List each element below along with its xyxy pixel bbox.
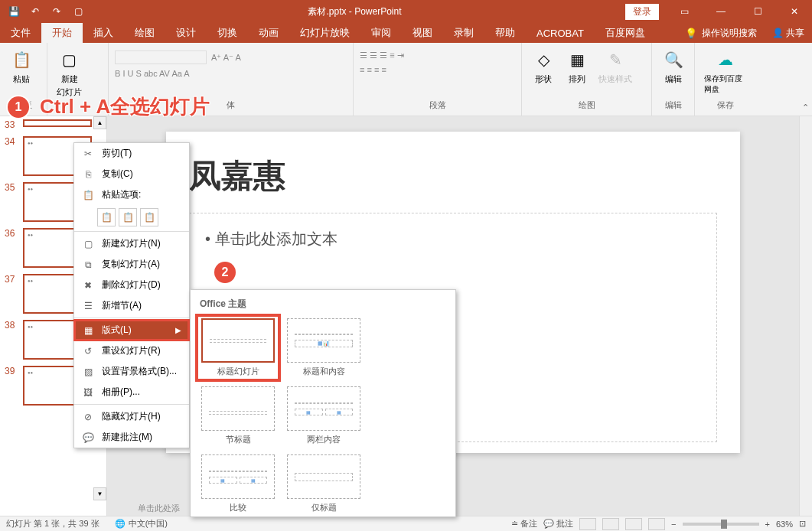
- collapse-ribbon-icon[interactable]: ⌃: [802, 103, 809, 112]
- tab-draw[interactable]: 绘图: [124, 23, 165, 43]
- slide-number: 35: [5, 182, 18, 193]
- comments-button[interactable]: 💬 批注: [543, 518, 573, 529]
- annotation-badge-2: 2: [214, 262, 236, 283]
- shapes-icon: ◇: [531, 47, 556, 72]
- save-icon[interactable]: 💾: [8, 5, 20, 18]
- tab-home[interactable]: 开始: [41, 23, 83, 43]
- tab-view[interactable]: 视图: [402, 23, 443, 43]
- undo-icon[interactable]: ↶: [29, 5, 41, 18]
- close-icon[interactable]: ✕: [777, 0, 812, 23]
- layout-two-content[interactable]: ▦▦ 两栏内容: [285, 386, 362, 445]
- comment-icon: 💬: [82, 432, 94, 444]
- quick-styles-icon: ✎: [603, 47, 628, 72]
- redo-icon[interactable]: ↷: [51, 5, 63, 18]
- content-placeholder-text: • 单击此处添加文本: [205, 229, 701, 249]
- zoom-level[interactable]: 63%: [776, 520, 793, 529]
- chevron-right-icon: ▶: [175, 326, 181, 334]
- paste-button[interactable]: 📋 粘贴: [6, 46, 37, 86]
- layout-theme-header: Office 主题: [195, 295, 451, 314]
- slide-thumbnail[interactable]: [23, 119, 92, 127]
- ribbon-display-icon[interactable]: ▭: [667, 0, 702, 23]
- ctx-cut[interactable]: ✂剪切(T): [74, 143, 189, 164]
- minimize-icon[interactable]: —: [703, 0, 739, 23]
- slideshow-view-icon[interactable]: [648, 518, 665, 530]
- arrange-icon: ▦: [565, 47, 589, 72]
- editing-group-label: 编辑: [658, 98, 688, 112]
- layout-title-slide[interactable]: 标题幻灯片: [200, 318, 276, 377]
- background-icon: ▨: [82, 366, 94, 378]
- layout-title-only[interactable]: 仅标题: [285, 454, 362, 513]
- layout-comparison[interactable]: ▦▦ 比较: [200, 454, 276, 513]
- zoom-slider[interactable]: [683, 523, 759, 526]
- baidu-cloud-icon: ☁: [713, 47, 738, 72]
- tab-review[interactable]: 审阅: [360, 23, 402, 43]
- tab-file[interactable]: 文件: [0, 23, 41, 43]
- tab-acrobat[interactable]: ACROBAT: [526, 24, 595, 42]
- status-bar: 幻灯片 第 1 张，共 39 张 🌐 中文(中国) ≐ 备注 💬 批注 − + …: [0, 516, 812, 531]
- paste-icon: 📋: [82, 189, 94, 201]
- menu-bar: 文件 开始 插入 绘图 设计 切换 动画 幻灯片放映 审阅 视图 录制 帮助 A…: [0, 23, 812, 43]
- slide-title[interactable]: 凤嘉惠: [189, 155, 717, 197]
- ctx-add-section[interactable]: ☰新增节(A): [74, 295, 189, 316]
- arrange-button[interactable]: ▦排列: [562, 46, 592, 86]
- login-button[interactable]: 登录: [625, 4, 659, 20]
- tab-record[interactable]: 录制: [443, 23, 484, 43]
- annotation-text-1: Ctrl + A全选幻灯片: [40, 93, 210, 120]
- slide-number: 37: [5, 274, 18, 285]
- section-icon: ☰: [82, 300, 94, 312]
- drawing-group-label: 绘图: [528, 98, 645, 112]
- tab-baidu[interactable]: 百度网盘: [595, 23, 656, 43]
- ctx-reset-slide[interactable]: ↺重设幻灯片(R): [74, 340, 189, 361]
- ctx-duplicate-slide[interactable]: ⧉复制幻灯片(A): [74, 254, 189, 275]
- new-slide-button[interactable]: ▢ 新建 幻灯片: [54, 46, 85, 99]
- ctx-copy[interactable]: ⎘复制(C): [74, 164, 189, 184]
- tell-me-icon[interactable]: 💡: [685, 28, 697, 39]
- layout-section-header[interactable]: 节标题: [200, 386, 276, 445]
- tell-me-text[interactable]: 操作说明搜索: [702, 27, 757, 40]
- tab-insert[interactable]: 插入: [83, 23, 124, 43]
- slide-number: 33: [5, 119, 18, 130]
- language-indicator[interactable]: 中文(中国): [129, 518, 168, 529]
- zoom-in-icon[interactable]: +: [765, 520, 770, 529]
- editing-button[interactable]: 🔍编辑: [658, 46, 689, 86]
- ctx-layout[interactable]: ▦版式(L)▶: [74, 320, 189, 340]
- copy-icon: ⎘: [82, 168, 94, 181]
- vertical-scrollbar[interactable]: [799, 116, 812, 516]
- save-baidu-button[interactable]: ☁保存到百度网盘: [701, 46, 750, 96]
- reset-icon: ↺: [82, 345, 94, 357]
- clipboard-icon: 📋: [9, 47, 34, 72]
- paste-option-keep[interactable]: 📋: [119, 208, 137, 226]
- tab-design[interactable]: 设计: [165, 23, 207, 43]
- tab-help[interactable]: 帮助: [484, 23, 526, 43]
- ctx-paste-label: 📋粘贴选项:: [74, 184, 189, 205]
- new-slide-icon: ▢: [57, 47, 82, 72]
- tab-transitions[interactable]: 切换: [207, 23, 248, 43]
- layout-title-content[interactable]: ▦📊 标题和内容: [285, 318, 362, 377]
- ctx-photo-album[interactable]: 🖼相册(P)...: [74, 382, 189, 402]
- paste-option-theme[interactable]: 📋: [97, 208, 116, 226]
- normal-view-icon[interactable]: [579, 518, 596, 530]
- scroll-down-icon[interactable]: ▼: [93, 487, 106, 500]
- ctx-format-background[interactable]: ▨设置背景格式(B)...: [74, 361, 189, 382]
- tab-animations[interactable]: 动画: [248, 23, 289, 43]
- window-title: 素材.pptx - PowerPoint: [84, 5, 625, 18]
- notes-button[interactable]: ≐ 备注: [511, 518, 537, 529]
- quick-styles-button[interactable]: ✎快速样式: [595, 46, 635, 86]
- zoom-out-icon[interactable]: −: [671, 520, 676, 529]
- ctx-new-comment[interactable]: 💬新建批注(M): [74, 427, 189, 448]
- ctx-hide-slide[interactable]: ⊘隐藏幻灯片(H): [74, 406, 189, 427]
- ctx-delete-slide[interactable]: ✖删除幻灯片(D): [74, 275, 189, 295]
- ctx-new-slide[interactable]: ▢新建幻灯片(N): [74, 233, 189, 254]
- sorter-view-icon[interactable]: [602, 518, 619, 530]
- share-button[interactable]: 👤 共享: [772, 27, 804, 40]
- maximize-icon[interactable]: ☐: [740, 0, 775, 23]
- delete-icon: ✖: [82, 279, 94, 292]
- fit-to-window-icon[interactable]: ⊡: [799, 519, 806, 529]
- reading-view-icon[interactable]: [625, 518, 642, 530]
- start-from-beginning-icon[interactable]: ▢: [72, 5, 84, 18]
- tab-slideshow[interactable]: 幻灯片放映: [289, 23, 360, 43]
- shapes-button[interactable]: ◇形状: [528, 46, 559, 86]
- title-bar: 💾 ↶ ↷ ▢ 素材.pptx - PowerPoint 登录 ▭ — ☐ ✕: [0, 0, 812, 23]
- slide-number: 34: [5, 136, 18, 147]
- paste-option-picture[interactable]: 📋: [140, 208, 158, 226]
